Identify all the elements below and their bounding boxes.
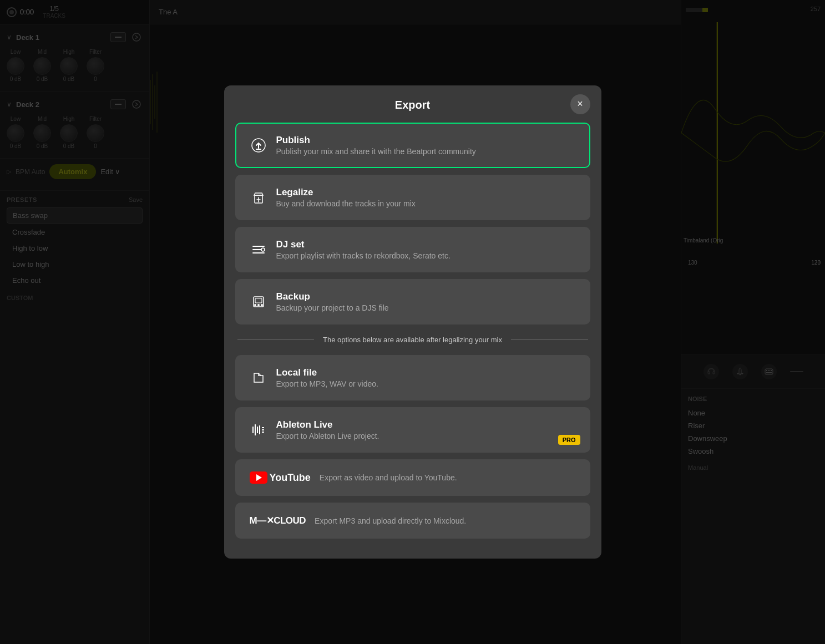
export-option-legalize[interactable]: Legalize Buy and download the tracks in … — [235, 175, 590, 220]
youtube-desc: Export as video and upload to YouTube. — [320, 473, 576, 482]
export-option-djset[interactable]: DJ set Export playlist with tracks to re… — [235, 227, 590, 272]
modal-close-button[interactable]: × — [570, 94, 590, 114]
close-icon: × — [577, 98, 583, 110]
legalize-desc: Buy and download the tracks in your mix — [276, 199, 576, 208]
svg-point-22 — [257, 304, 260, 306]
backup-option-text: Backup Backup your project to a DJS file — [276, 291, 576, 312]
backup-icon — [250, 294, 267, 310]
modal-body: Publish Publish your mix and share it wi… — [224, 123, 601, 539]
youtube-icon: YouTube — [250, 471, 311, 484]
localfile-icon — [250, 370, 267, 386]
modal-backdrop: Export × Publish Publish y — [0, 0, 825, 644]
legalize-title: Legalize — [276, 187, 576, 198]
backup-title: Backup — [276, 291, 576, 302]
backup-desc: Backup your project to a DJS file — [276, 303, 576, 312]
export-option-mixcloud[interactable]: M—✕CLOUD Export MP3 and upload directly … — [235, 503, 590, 539]
publish-desc: Publish your mix and share it with the B… — [276, 147, 576, 156]
ableton-option-text: Ableton Live Export to Ableton Live proj… — [276, 419, 576, 440]
publish-option-text: Publish Publish your mix and share it wi… — [276, 135, 576, 156]
mixcloud-desc: Export MP3 and upload directly to Mixclo… — [315, 516, 575, 525]
localfile-option-text: Local file Export to MP3, WAV or video. — [276, 367, 576, 388]
youtube-option-text: Export as video and upload to YouTube. — [320, 473, 576, 482]
divider-right — [511, 339, 588, 340]
export-option-backup[interactable]: Backup Backup your project to a DJS file — [235, 279, 590, 324]
ableton-title: Ableton Live — [276, 419, 576, 430]
export-modal: Export × Publish Publish y — [224, 85, 601, 559]
pro-badge: PRO — [558, 435, 580, 445]
localfile-title: Local file — [276, 367, 576, 378]
export-option-ableton[interactable]: Ableton Live Export to Ableton Live proj… — [235, 407, 590, 453]
localfile-desc: Export to MP3, WAV or video. — [276, 379, 576, 388]
legalize-option-text: Legalize Buy and download the tracks in … — [276, 187, 576, 208]
ableton-desc: Export to Ableton Live project. — [276, 432, 576, 440]
legalize-icon — [250, 190, 267, 205]
divider-left — [237, 339, 315, 340]
svg-point-18 — [261, 248, 265, 251]
modal-title: Export — [395, 99, 430, 111]
export-option-localfile[interactable]: Local file Export to MP3, WAV or video. — [235, 355, 590, 400]
djset-icon — [250, 242, 267, 257]
svg-point-21 — [261, 304, 263, 306]
svg-rect-20 — [255, 298, 262, 303]
ableton-icon — [250, 422, 267, 438]
publish-icon — [250, 138, 267, 153]
djset-desc: Export playlist with tracks to rekordbox… — [276, 251, 576, 260]
divider-text: The options below are available after le… — [323, 336, 502, 344]
modal-header: Export × — [224, 85, 601, 123]
export-option-publish[interactable]: Publish Publish your mix and share it wi… — [235, 123, 590, 168]
legalize-divider: The options below are available after le… — [235, 336, 590, 344]
svg-point-23 — [254, 304, 256, 306]
export-option-youtube[interactable]: YouTube Export as video and upload to Yo… — [235, 459, 590, 496]
djset-option-text: DJ set Export playlist with tracks to re… — [276, 239, 576, 260]
mixcloud-icon: M—✕CLOUD — [250, 515, 306, 526]
publish-title: Publish — [276, 135, 576, 146]
djset-title: DJ set — [276, 239, 576, 250]
mixcloud-option-text: Export MP3 and upload directly to Mixclo… — [315, 516, 575, 525]
